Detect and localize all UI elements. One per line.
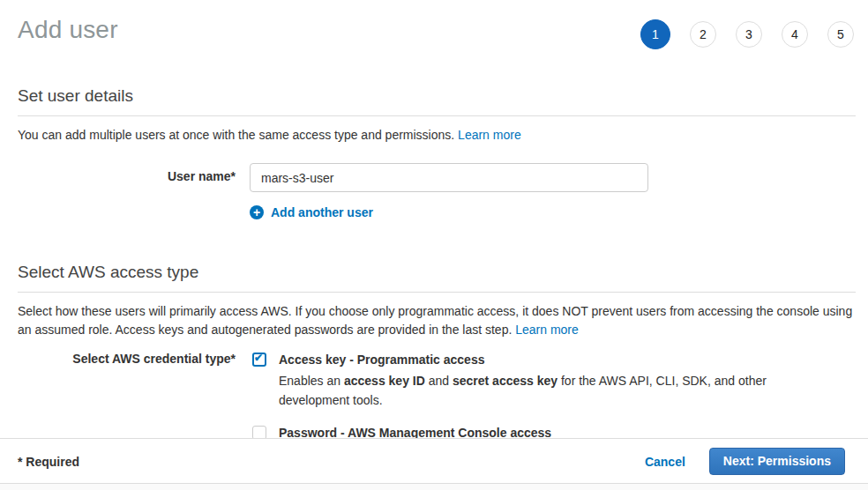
access-key-option-desc: Enables an access key ID and secret acce… <box>279 371 773 410</box>
username-input[interactable] <box>250 163 648 192</box>
learn-more-link-access-type[interactable]: Learn more <box>515 323 579 337</box>
access-key-option-title: Access key - Programmatic access <box>279 352 773 368</box>
plus-circle-icon <box>250 205 264 219</box>
add-another-user[interactable]: Add another user <box>250 205 856 219</box>
username-row: User name* <box>18 163 856 192</box>
step-indicator-5: 5 <box>827 21 854 48</box>
page-title: Add user <box>18 16 118 44</box>
required-note: * Required <box>18 455 79 469</box>
section-user-details: Set user details You can add multiple us… <box>18 86 856 219</box>
access-type-heading: Select AWS access type <box>18 263 856 293</box>
option-access-key: Access key - Programmatic access Enables… <box>252 352 773 410</box>
user-details-intro: You can add multiple users at once with … <box>18 126 856 145</box>
page-header: Add user 1 2 3 4 5 <box>18 0 856 49</box>
next-permissions-button[interactable]: Next: Permissions <box>709 448 845 475</box>
cancel-button[interactable]: Cancel <box>645 455 685 469</box>
bottom-bar <box>0 483 868 490</box>
section-access-type: Select AWS access type Select how these … <box>18 263 856 464</box>
user-details-intro-text: You can add multiple users at once with … <box>18 128 454 142</box>
username-label: User name* <box>18 163 236 192</box>
wizard-step-indicator: 1 2 3 4 5 <box>640 19 856 49</box>
step-indicator-3: 3 <box>736 21 762 48</box>
user-details-heading: Set user details <box>18 86 856 116</box>
add-another-user-label: Add another user <box>271 205 373 219</box>
add-user-page: Add user 1 2 3 4 5 Set user details You … <box>0 0 868 464</box>
learn-more-link-user-details[interactable]: Learn more <box>458 128 521 142</box>
access-type-intro: Select how these users will primarily ac… <box>18 302 856 339</box>
access-type-intro-text: Select how these users will primarily ac… <box>18 304 852 337</box>
step-indicator-2: 2 <box>690 21 716 48</box>
step-indicator-4: 4 <box>782 21 808 48</box>
access-key-checkbox[interactable] <box>252 353 266 367</box>
step-indicator-1: 1 <box>640 19 670 49</box>
wizard-footer: * Required Cancel Next: Permissions <box>0 438 868 483</box>
